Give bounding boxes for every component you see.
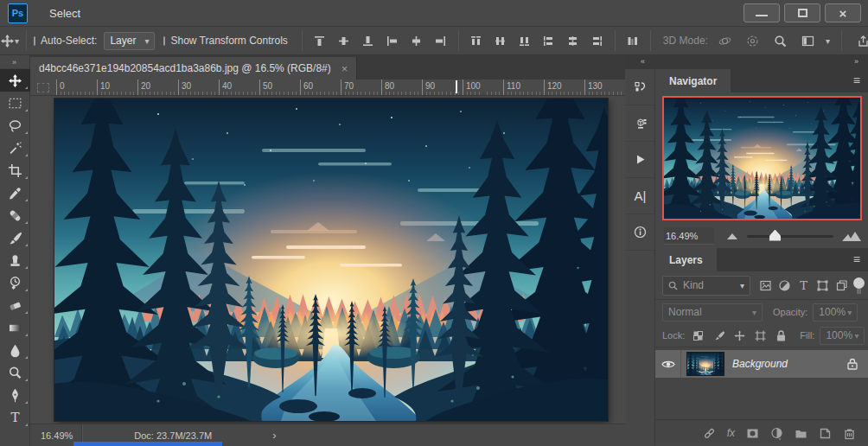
opacity-label: Opacity: — [773, 307, 807, 317]
navigator-tab-row: Navigator ≡ — [655, 69, 868, 92]
new-group-icon[interactable] — [795, 427, 807, 440]
filter-pixel-layers-icon[interactable] — [759, 279, 772, 292]
tool-lasso[interactable] — [0, 114, 30, 137]
lock-transparency-icon[interactable] — [692, 329, 705, 342]
document-tab[interactable]: d4bcc46e371e194b20854acd1ba3a86b.jpg @ 1… — [30, 57, 357, 80]
layer-name[interactable]: Background — [732, 358, 788, 370]
add-layer-mask-icon[interactable] — [746, 427, 759, 440]
layer-row-background[interactable]: Background — [655, 350, 868, 378]
lock-position-icon[interactable] — [733, 329, 746, 342]
search-icon — [668, 281, 678, 290]
collapsed-panel-history[interactable] — [625, 69, 655, 105]
canvas-pasteboard[interactable] — [30, 96, 625, 424]
lock-image-icon[interactable] — [712, 329, 725, 342]
lock-artboard-icon[interactable] — [754, 329, 767, 342]
collapsed-panels-strip: A| — [625, 69, 655, 446]
minimize-button[interactable] — [744, 3, 780, 22]
auto-select-target-dropdown[interactable]: Layer ▾ — [104, 32, 155, 50]
auto-select-checkbox[interactable] — [34, 36, 35, 46]
tool-gradient[interactable] — [0, 316, 30, 339]
canvas-image[interactable] — [54, 99, 608, 421]
align-right-edges-icon[interactable] — [431, 30, 451, 51]
layer-thumbnail[interactable] — [687, 353, 724, 375]
align-horizontal-centers-icon[interactable] — [406, 30, 427, 51]
3d-roll-icon[interactable] — [743, 30, 763, 51]
tool-spot-healing[interactable] — [0, 204, 30, 226]
navigator-thumbnail[interactable] — [664, 98, 860, 219]
3d-orbit-icon[interactable] — [715, 30, 736, 51]
collapsed-panel-character[interactable]: A| — [625, 178, 655, 214]
tool-crop[interactable] — [0, 159, 30, 182]
opacity-dropdown[interactable]: 100% ▾ — [813, 303, 858, 322]
tool-magic-wand[interactable] — [0, 137, 30, 159]
filter-toggle-switch[interactable] — [853, 277, 865, 293]
distribute-right-edges-icon[interactable] — [587, 30, 608, 51]
maximize-button[interactable] — [784, 3, 820, 22]
tool-eraser[interactable] — [0, 294, 30, 316]
tool-type[interactable]: T — [0, 406, 30, 429]
collapsed-panel-actions[interactable] — [625, 142, 655, 178]
minimize-icon — [756, 15, 768, 16]
tool-blur[interactable] — [0, 339, 30, 361]
tab-navigator[interactable]: Navigator — [655, 69, 731, 92]
align-vertical-centers-icon[interactable] — [334, 30, 354, 51]
tool-rectangular-marquee[interactable] — [0, 92, 30, 114]
horizontal-ruler[interactable]: 0102030405060708090100110120130 — [30, 80, 625, 96]
align-left-edges-icon[interactable] — [382, 30, 403, 51]
tool-history-brush[interactable] — [0, 271, 30, 294]
tool-dodge[interactable] — [0, 361, 30, 384]
fill-dropdown[interactable]: 100% ▾ — [820, 327, 865, 345]
tool-clone-stamp[interactable] — [0, 249, 30, 271]
panel-menu-icon[interactable]: ≡ — [853, 73, 860, 87]
new-layer-icon[interactable] — [819, 427, 832, 440]
workspace-panel-icon[interactable] — [798, 30, 819, 51]
tool-eyedropper[interactable] — [0, 182, 30, 204]
tool-brush[interactable] — [0, 226, 30, 249]
close-button[interactable]: × — [825, 3, 861, 22]
tab-close-icon[interactable]: × — [341, 62, 348, 75]
chevron-down-icon[interactable]: ▾ — [826, 36, 830, 46]
navigator-zoom-field[interactable]: 16.49% — [664, 227, 714, 245]
expand-panels-chevrons[interactable]: « — [641, 57, 646, 66]
link-layers-icon[interactable] — [703, 427, 716, 440]
toolbar-expand-chevrons[interactable]: » — [0, 55, 29, 69]
layer-visibility-toggle[interactable] — [655, 350, 681, 378]
filter-type-layers-icon[interactable]: T — [797, 279, 810, 292]
distribute-spacing-icon[interactable] — [622, 30, 643, 51]
collapse-panels-chevrons[interactable]: » — [854, 57, 859, 66]
align-bottom-edges-icon[interactable] — [358, 30, 379, 51]
navigator-zoom-slider[interactable] — [747, 235, 833, 238]
layer-styles-fx-button[interactable]: fx — [727, 427, 735, 439]
show-transform-checkbox[interactable] — [163, 36, 165, 46]
zoom-out-icon[interactable] — [726, 233, 738, 239]
share-icon[interactable] — [853, 30, 868, 51]
delete-layer-icon[interactable] — [843, 427, 856, 440]
blend-mode-dropdown[interactable]: Normal ▾ — [662, 303, 763, 322]
distribute-bottom-edges-icon[interactable] — [514, 30, 535, 51]
panel-menu-icon[interactable]: ≡ — [853, 252, 860, 266]
zoom-tool-icon[interactable] — [770, 30, 791, 51]
adjustment-layer-icon[interactable] — [770, 427, 783, 440]
align-top-edges-icon[interactable] — [310, 30, 330, 51]
status-flyout-chevron[interactable]: › — [272, 429, 276, 442]
distribute-left-edges-icon[interactable] — [539, 30, 559, 51]
filter-smart-objects-icon[interactable] — [835, 279, 848, 292]
lock-all-icon[interactable] — [775, 329, 788, 342]
collapsed-panel-3d-material[interactable] — [625, 105, 655, 142]
menu-item-select[interactable]: Select — [40, 0, 99, 26]
filter-shape-layers-icon[interactable] — [816, 279, 829, 292]
ruler-mark-30: 30 — [178, 80, 219, 96]
tool-move[interactable] — [0, 69, 30, 92]
zoom-slider-thumb[interactable] — [769, 230, 781, 241]
layer-filter-dropdown[interactable]: Kind ▾ — [662, 276, 750, 296]
tab-layers[interactable]: Layers — [655, 248, 717, 271]
tool-pen[interactable] — [0, 384, 30, 406]
distribute-top-edges-icon[interactable] — [466, 30, 487, 51]
chevron-down-icon[interactable]: ▾ — [15, 36, 19, 46]
filter-adjustment-layers-icon[interactable] — [778, 279, 791, 292]
distribute-horizontal-centers-icon[interactable] — [563, 30, 584, 51]
zoom-in-icon[interactable] — [842, 231, 861, 241]
collapsed-panel-info[interactable] — [625, 214, 655, 251]
distribute-vertical-centers-icon[interactable] — [490, 30, 511, 51]
close-icon: × — [839, 7, 847, 20]
